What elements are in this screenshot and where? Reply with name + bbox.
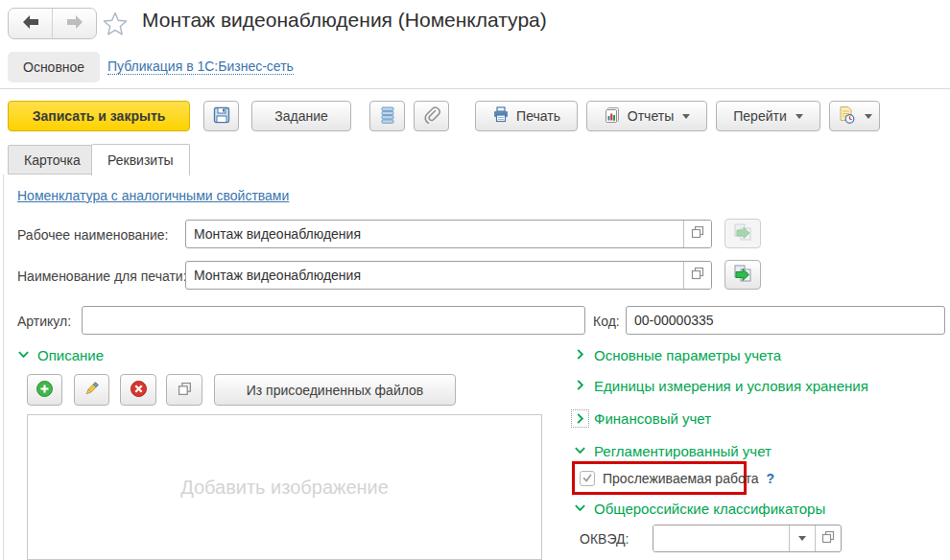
nomenclature-card-window: Монтаж видеонаблюдения (Номенклатура) Ос… (0, 0, 950, 560)
attachments-button[interactable] (414, 101, 449, 131)
traceable-highlight-annotation: Прослеживаемая работа ? (572, 461, 747, 495)
open-icon (821, 530, 835, 548)
navigate-button-label: Перейти (733, 108, 786, 124)
print-button-label: Печать (516, 108, 560, 124)
reports-button[interactable]: Отчеты (586, 101, 707, 131)
copy-image-button[interactable] (166, 374, 202, 406)
section-classifiers[interactable]: Общероссийские классификаторы (574, 501, 825, 517)
section-main-params-label: Основные параметры учета (594, 347, 781, 363)
code-input[interactable] (627, 307, 944, 334)
section-units[interactable]: Единицы измерения и условия хранения (574, 378, 868, 394)
publication-link[interactable]: Публикация в 1С:Бизнес-сеть (107, 58, 294, 75)
okved-dropdown-button[interactable] (789, 525, 815, 551)
chevron-right-icon (574, 347, 586, 363)
section-regulated[interactable]: Регламентированный учет (574, 443, 772, 459)
delete-circle-icon (130, 380, 148, 401)
nav-section-main[interactable]: Основное (8, 52, 100, 82)
history-nav-group (8, 8, 97, 39)
forward-arrow-icon (65, 14, 84, 34)
section-finance-label: Финансовый учет (594, 410, 711, 427)
structure-button[interactable] (369, 101, 405, 131)
section-description[interactable]: Описание (17, 347, 104, 363)
working-name-input[interactable] (186, 221, 683, 247)
pencil-icon (83, 380, 101, 401)
article-input[interactable] (83, 307, 584, 334)
navigate-dropdown-caret (796, 114, 803, 119)
okved-input[interactable] (653, 525, 789, 551)
open-icon (691, 267, 704, 284)
section-classifiers-label: Общероссийские классификаторы (594, 501, 825, 517)
stack-icon (380, 106, 395, 127)
section-finance[interactable]: Финансовый учет (574, 410, 711, 427)
working-name-field-wrap (185, 220, 712, 248)
back-button[interactable] (9, 9, 52, 38)
working-name-label: Рабочее наименование: (17, 227, 168, 243)
save-and-close-button[interactable]: Записать и закрыть (8, 101, 190, 131)
article-field-wrap (82, 306, 585, 335)
edit-image-button[interactable] (74, 374, 109, 406)
chevron-down-icon (574, 501, 586, 517)
article-label: Артикул: (17, 314, 71, 329)
traceable-checkbox[interactable] (580, 471, 595, 486)
okved-label: ОКВЭД: (580, 531, 629, 547)
task-button[interactable]: Задание (251, 101, 351, 131)
page-title: Монтаж видеонаблюдения (Номенклатура) (142, 9, 547, 32)
print-name-input[interactable] (186, 262, 683, 289)
code-label: Код: (593, 314, 620, 329)
forward-button[interactable] (52, 9, 96, 38)
floppy-disk-icon (213, 106, 230, 127)
paperclip-icon (423, 106, 440, 127)
reports-button-label: Отчеты (628, 108, 674, 124)
tab-card[interactable]: Карточка (8, 145, 97, 175)
report-chart-icon (604, 106, 621, 127)
panel-left-border (3, 175, 4, 560)
traceable-help-link[interactable]: ? (766, 471, 774, 486)
change-history-button[interactable] (829, 101, 880, 131)
chevron-down-icon (17, 347, 30, 363)
header-separator (0, 88, 950, 89)
print-name-open-button[interactable] (683, 262, 711, 289)
section-description-label: Описание (37, 347, 104, 363)
plus-circle-icon (36, 380, 54, 401)
translate-arrow-icon (732, 222, 753, 245)
save-button[interactable] (203, 101, 239, 131)
copy-icon (178, 382, 192, 399)
history-dropdown-caret (865, 114, 872, 119)
print-name-translate-button[interactable] (724, 260, 761, 290)
chevron-right-icon (574, 378, 586, 394)
favorite-star-icon[interactable] (101, 10, 130, 38)
print-name-label: Наименование для печати: (17, 268, 187, 284)
printer-icon (492, 106, 510, 126)
code-field-wrap (626, 306, 945, 335)
delete-image-button[interactable] (120, 374, 156, 406)
image-placeholder-text: Добавить изображение (180, 477, 389, 499)
okved-combo (653, 525, 842, 552)
working-name-open-button[interactable] (683, 221, 711, 247)
navigate-button[interactable]: Перейти (716, 101, 820, 131)
add-image-button[interactable] (27, 374, 62, 406)
document-history-icon (837, 105, 856, 128)
print-button[interactable]: Печать (475, 101, 578, 131)
section-units-label: Единицы измерения и условия хранения (594, 378, 868, 394)
reports-dropdown-caret (682, 114, 690, 119)
chevron-down-icon (574, 443, 586, 459)
back-arrow-icon (21, 14, 40, 34)
dropdown-caret-icon (798, 536, 806, 541)
chevron-right-icon (574, 412, 586, 425)
traceable-checkbox-label: Прослеживаемая работа (603, 471, 758, 486)
working-name-translate-button[interactable] (724, 219, 761, 248)
similar-items-link[interactable]: Номенклатура с аналогичными свойствами (17, 188, 289, 203)
translate-arrow-icon (732, 263, 753, 287)
checkmark-icon (582, 470, 593, 487)
section-regulated-label: Регламентированный учет (594, 443, 772, 459)
open-icon (691, 225, 704, 243)
okved-open-button[interactable] (815, 525, 841, 551)
print-name-field-wrap (185, 261, 712, 290)
from-attached-files-button[interactable]: Из присоединенных файлов (214, 374, 456, 406)
section-main-params[interactable]: Основные параметры учета (574, 347, 781, 363)
image-dropzone[interactable]: Добавить изображение (27, 414, 542, 560)
tab-requisites[interactable]: Реквизиты (91, 144, 190, 175)
